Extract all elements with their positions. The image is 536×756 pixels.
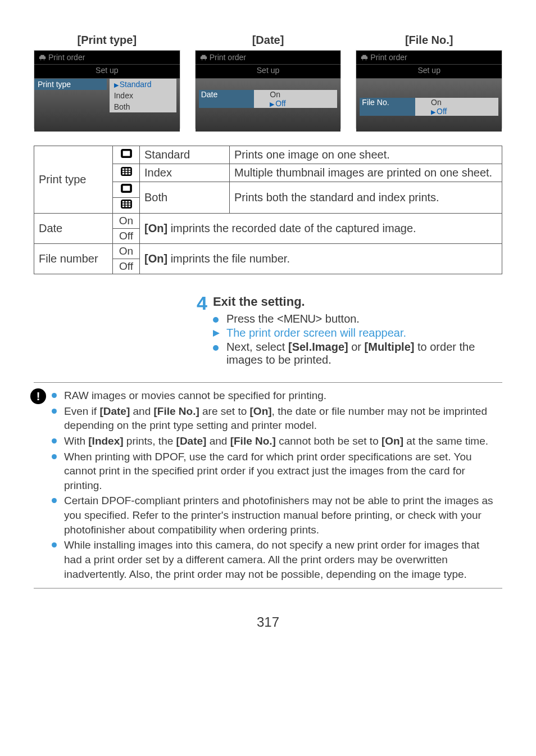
cell-index-desc: Multiple thumbnail images are printed on… (230, 164, 502, 182)
cell-date-off: Off (113, 229, 140, 244)
cell-both: Both (140, 182, 230, 214)
warn-item: While installing images into this camera… (52, 538, 497, 581)
warn-item: When printing with DPOF, use the card fo… (52, 450, 497, 493)
cell-filenumber: File number (34, 244, 113, 274)
screen-title-text: Print order (370, 53, 407, 62)
warn-item: With [Index] prints, the [Date] and [Fil… (52, 434, 497, 449)
svg-rect-9 (122, 173, 124, 175)
warning-box: ! RAW images or movies cannot be specifi… (34, 382, 502, 588)
screen-body: Print type ▶Standard Index Both (34, 79, 180, 132)
screen-fileno: Print order Set up File No. On ▶Off (356, 50, 502, 129)
svg-rect-1 (122, 151, 130, 156)
opt-both: Both (110, 101, 176, 112)
cell-index: Index (140, 164, 230, 182)
svg-rect-7 (125, 171, 128, 173)
cell-file-off: Off (113, 259, 140, 274)
warning-list: RAW images or movies cannot be specified… (52, 388, 497, 582)
svg-rect-8 (128, 171, 130, 173)
both-icon-1 (113, 182, 140, 198)
svg-rect-18 (122, 203, 124, 205)
index-icon (113, 164, 140, 182)
step-item-next: Next, select [Sel.Image] or [Multiple] t… (213, 341, 502, 366)
standard-icon (113, 146, 140, 164)
date-row: Date On ▶Off (196, 88, 341, 110)
opt-on: On (431, 98, 498, 107)
file-label: File No. (360, 98, 415, 116)
screen-title-text: Print order (210, 53, 246, 62)
svg-rect-5 (128, 169, 130, 170)
screen-title: Print order (196, 51, 341, 65)
svg-rect-19 (125, 203, 128, 205)
printer-icon (200, 54, 207, 61)
cell-date-on: On (113, 214, 140, 229)
printer-icon (361, 54, 368, 61)
step-item-press: Press the <MENU> button. (213, 313, 502, 325)
print-type-options: ▶Standard Index Both (110, 79, 176, 112)
date-options: On ▶Off (254, 90, 337, 108)
warn-item: RAW images or movies cannot be specified… (52, 388, 497, 403)
step-number: 4 (197, 293, 207, 368)
opt-off: Off (275, 99, 285, 108)
print-type-label: Print type (34, 79, 107, 90)
svg-rect-6 (122, 171, 124, 173)
svg-rect-3 (122, 169, 124, 170)
opt-off: Off (437, 107, 447, 116)
col-fileno: [File No.] Print order Set up File No. O… (356, 34, 502, 129)
screen-print-type: Print order Set up Print type ▶Standard … (34, 50, 180, 129)
screen-title: Print order (34, 51, 180, 65)
date-label: Date (199, 90, 255, 108)
screen-date: Print order Set up Date On ▶Off (195, 50, 342, 129)
svg-rect-15 (122, 201, 124, 203)
warning-icon: ! (30, 388, 46, 404)
screen-title-text: Print order (48, 53, 85, 62)
screen-title: Print order (356, 51, 502, 65)
step-4: 4 Exit the setting. Press the <MENU> but… (197, 293, 502, 368)
svg-rect-21 (122, 206, 124, 207)
screen-subtitle: Set up (356, 65, 502, 79)
step-list: Press the <MENU> button. The print order… (213, 313, 502, 366)
svg-rect-23 (128, 206, 130, 207)
svg-rect-16 (125, 201, 128, 203)
page: [Print type] Print order Set up Print ty… (0, 0, 536, 653)
screen-body: File No. On ▶Off (356, 79, 502, 132)
printer-icon (39, 54, 46, 61)
cell-standard-desc: Prints one image on one sheet. (230, 146, 502, 164)
opt-index: Index (110, 90, 176, 101)
header-date: [Date] (195, 34, 342, 47)
svg-rect-13 (122, 186, 130, 191)
screen-row: [Print type] Print order Set up Print ty… (34, 34, 502, 129)
header-fileno: [File No.] (356, 34, 502, 47)
cell-date-desc: [On] imprints the recorded date of the c… (140, 214, 502, 244)
header-print-type: [Print type] (34, 34, 180, 47)
cell-both-desc: Prints both the standard and index print… (230, 182, 502, 214)
spec-table: Print type Standard Prints one image on … (34, 146, 502, 274)
warn-item: Certain DPOF-compliant printers and phot… (52, 494, 497, 537)
fileno-row: File No. On ▶Off (356, 96, 502, 118)
col-date: [Date] Print order Set up Date On ▶Off (195, 34, 342, 129)
svg-rect-17 (128, 201, 130, 203)
opt-standard: Standard (120, 80, 152, 89)
both-icon-2 (113, 198, 140, 214)
page-number: 317 (34, 614, 502, 630)
svg-rect-10 (125, 173, 128, 175)
svg-rect-11 (128, 173, 130, 175)
screen-subtitle: Set up (196, 65, 341, 79)
step-heading: Exit the setting. (213, 295, 502, 309)
cell-file-on: On (113, 244, 140, 259)
step-body: Exit the setting. Press the <MENU> butto… (213, 293, 502, 368)
screen-body: Date On ▶Off (196, 79, 341, 132)
svg-rect-20 (128, 203, 130, 205)
opt-on: On (270, 90, 337, 99)
col-print-type: [Print type] Print order Set up Print ty… (34, 34, 180, 129)
screen-subtitle: Set up (34, 65, 180, 79)
step-item-result: The print order screen will reappear. (213, 327, 502, 339)
svg-rect-22 (125, 206, 128, 207)
cell-date: Date (34, 214, 113, 244)
warn-item: Even if [Date] and [File No.] are set to… (52, 404, 497, 433)
fileno-options: On ▶Off (415, 98, 498, 116)
cell-standard: Standard (140, 146, 230, 164)
cell-print-type: Print type (34, 146, 113, 214)
svg-rect-4 (125, 169, 128, 170)
cell-file-desc: [On] imprints the file number. (140, 244, 502, 274)
